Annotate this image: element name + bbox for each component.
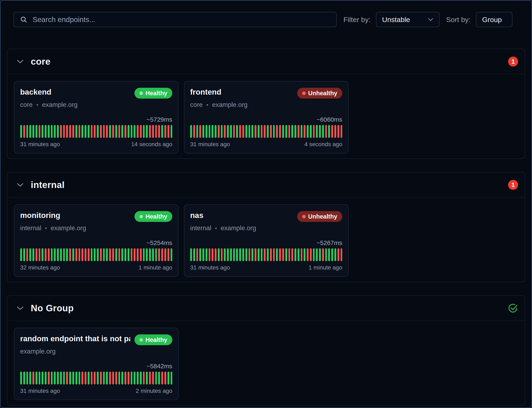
history-bar: [118, 125, 120, 138]
sort-by-label: Sort by:: [446, 16, 471, 24]
history-bar: [94, 125, 96, 138]
history-bar: [39, 125, 41, 138]
history-bar: [206, 125, 208, 138]
history-bar: [112, 248, 114, 261]
search-box[interactable]: [14, 12, 337, 27]
history-bar: [152, 248, 154, 261]
history-bar: [288, 248, 290, 261]
history-bar: [115, 372, 117, 384]
endpoint-subtitle: internal • example.org: [20, 224, 172, 232]
history-bar: [54, 125, 56, 138]
subtitle-separator: •: [36, 102, 38, 108]
history-bar: [106, 372, 108, 384]
response-time: ~6060ms: [190, 116, 342, 123]
status-dot-icon: [140, 92, 143, 95]
history-bar: [209, 248, 210, 261]
history-bar: [88, 125, 90, 138]
history-bar: [91, 248, 93, 261]
endpoint-card[interactable]: monitoring Healthy internal • example.or…: [14, 204, 179, 277]
history-bar: [276, 248, 278, 261]
group-section: core 1 backend Healthy core • example.or…: [7, 49, 525, 159]
history-bar: [233, 248, 235, 261]
history-bar: [79, 248, 80, 261]
history-bar: [69, 125, 71, 138]
endpoint-name: monitoring: [20, 211, 60, 220]
endpoint-card[interactable]: nas Unhealthy internal • example.org ~52…: [184, 204, 349, 277]
history-bar: [39, 372, 41, 384]
history-bar: [66, 372, 68, 384]
history-bar: [121, 125, 123, 138]
newest-timestamp: 14 seconds ago: [131, 141, 172, 148]
history-bar: [48, 125, 50, 138]
history-bar: [125, 372, 126, 384]
search-icon: [20, 16, 27, 23]
history-bar: [298, 248, 299, 261]
history-bar: [196, 248, 198, 261]
history-bar: [42, 125, 43, 138]
history-bar: [224, 125, 226, 138]
history-bar: [66, 125, 68, 138]
history-bar: [239, 125, 241, 138]
history-bar: [51, 125, 53, 138]
group-list: core 1 backend Healthy core • example.or…: [7, 49, 525, 406]
toolbar: Filter by: Unstable Sort by: Group: [14, 12, 513, 27]
uptime-history-bars: [20, 125, 172, 138]
chevron-down-icon: [428, 18, 433, 21]
unhealthy-count-badge: 1: [508, 180, 518, 190]
history-bar: [158, 372, 160, 384]
history-bar: [35, 372, 37, 384]
response-time: ~5842ms: [20, 363, 172, 370]
history-bar: [276, 125, 278, 138]
endpoint-host: example.org: [20, 348, 56, 355]
history-bar: [91, 125, 93, 138]
history-bar: [106, 125, 108, 138]
history-bar: [291, 125, 293, 138]
history-bar: [282, 125, 284, 138]
history-bar: [279, 248, 281, 261]
history-bar: [334, 248, 336, 261]
status-label: Unhealthy: [308, 90, 337, 97]
card-header: nas Unhealthy: [190, 211, 342, 222]
history-bar: [236, 125, 238, 138]
status-dot-icon: [302, 215, 306, 218]
history-bar: [35, 125, 37, 138]
history-bar: [310, 248, 312, 261]
history-bar: [33, 125, 34, 138]
history-bar: [288, 125, 290, 138]
history-bar: [54, 372, 56, 384]
filter-by-label: Filter by:: [343, 16, 370, 24]
history-bar: [255, 125, 257, 138]
filter-by-select[interactable]: Unstable: [376, 12, 440, 27]
endpoint-group: core: [190, 101, 203, 109]
history-bar: [72, 248, 74, 261]
history-bar: [26, 248, 28, 261]
card-header: backend Healthy: [20, 88, 172, 99]
history-bar: [282, 248, 284, 261]
group-header[interactable]: internal 1: [7, 172, 525, 197]
sort-by-select[interactable]: Group: [476, 12, 513, 27]
history-bar: [149, 372, 151, 384]
history-bar: [29, 125, 31, 138]
search-input[interactable]: [33, 15, 330, 24]
history-bar: [152, 125, 154, 138]
newest-timestamp: 1 minute ago: [309, 264, 342, 271]
history-bar: [267, 125, 269, 138]
history-bar: [75, 248, 77, 261]
chevron-down-icon: [17, 306, 24, 310]
history-bar: [152, 372, 154, 384]
group-header[interactable]: No Group: [7, 296, 525, 321]
group-header[interactable]: core 1: [7, 49, 525, 74]
endpoint-card[interactable]: backend Healthy core • example.org ~5729…: [14, 81, 179, 153]
endpoint-card[interactable]: random endpoint that is not part... Heal…: [14, 328, 179, 400]
history-bar: [249, 248, 250, 261]
endpoint-host: example.org: [42, 101, 77, 109]
card-footer: 31 minutes ago 4 seconds ago: [190, 141, 342, 148]
history-bar: [341, 125, 342, 138]
history-bar: [29, 372, 31, 384]
history-bar: [209, 125, 210, 138]
history-bar: [218, 248, 220, 261]
group-grid: random endpoint that is not part... Heal…: [7, 321, 525, 405]
card-header: monitoring Healthy: [20, 211, 172, 222]
history-bar: [338, 248, 339, 261]
endpoint-card[interactable]: frontend Unhealthy core • example.org ~6…: [184, 81, 349, 153]
